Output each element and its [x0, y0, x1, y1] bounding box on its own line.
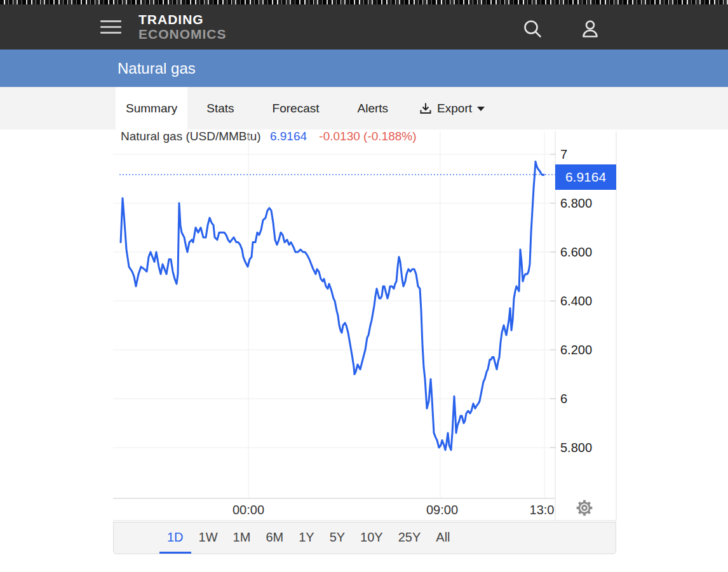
- logo-line1: TRADING: [138, 13, 227, 26]
- range-button-1m[interactable]: 1M: [226, 522, 259, 554]
- range-button-1y[interactable]: 1Y: [291, 522, 321, 554]
- chart-title: Natural gas (USD/MMBtu): [121, 130, 261, 143]
- range-button-10y[interactable]: 10Y: [353, 522, 391, 554]
- export-button[interactable]: Export: [419, 87, 485, 130]
- menu-bar: [100, 26, 121, 28]
- chart-change: -0.0130 (-0.188%): [319, 130, 416, 143]
- tab-bar-spacer: [0, 87, 116, 130]
- range-button-5y[interactable]: 5Y: [322, 522, 353, 554]
- download-icon: [419, 102, 433, 116]
- tab-stats[interactable]: Stats: [196, 87, 245, 130]
- y-axis-label: 6.800: [560, 195, 615, 211]
- logo-line2: ECONOMICS: [138, 27, 227, 41]
- chart-settings-gear-icon[interactable]: [574, 498, 595, 518]
- range-button-25y[interactable]: 25Y: [391, 522, 429, 554]
- y-axis-label: 6.200: [560, 342, 615, 358]
- current-price-badge: 6.9164: [555, 164, 616, 190]
- tab-list: SummaryStatsForecastAlerts: [116, 87, 407, 130]
- user-icon[interactable]: [579, 18, 601, 40]
- range-selector: 1D1W1M6M1Y5Y10Y25YAll: [113, 522, 616, 554]
- y-axis-label: 6.400: [560, 293, 615, 309]
- x-axis-label: 13:0: [516, 502, 567, 517]
- y-axis-label: 7: [560, 146, 615, 163]
- range-button-6m[interactable]: 6M: [258, 522, 291, 554]
- chevron-down-icon: [477, 107, 485, 111]
- x-axis-label: 00:00: [223, 502, 274, 517]
- range-button-1d[interactable]: 1D: [159, 522, 191, 554]
- y-axis-label: 6.600: [560, 244, 615, 260]
- chart-header: Natural gas (USD/MMBtu) 6.9164 -0.0130 (…: [121, 130, 417, 143]
- menu-icon[interactable]: [100, 17, 121, 37]
- tab-bar: SummaryStatsForecastAlerts Export: [0, 87, 728, 130]
- y-axis-label: 6: [560, 390, 615, 407]
- range-button-1w[interactable]: 1W: [191, 522, 226, 554]
- search-icon[interactable]: [522, 18, 544, 40]
- app-header: TRADING ECONOMICS: [0, 4, 728, 50]
- menu-bar: [100, 20, 121, 22]
- tab-alerts[interactable]: Alerts: [347, 87, 400, 130]
- page-title-bar: Natural gas: [0, 50, 728, 87]
- current-price-value: 6.9164: [565, 170, 606, 184]
- page-title: Natural gas: [118, 60, 196, 77]
- top-ticker-strip: [0, 0, 728, 4]
- trading-economics-logo[interactable]: TRADING ECONOMICS: [138, 13, 227, 41]
- tab-forecast[interactable]: Forecast: [262, 87, 330, 130]
- tab-summary[interactable]: Summary: [116, 87, 187, 130]
- range-button-all[interactable]: All: [428, 522, 457, 554]
- menu-bar: [100, 32, 121, 34]
- y-axis-label: 5.800: [560, 439, 615, 456]
- chart-last-price: 6.9164: [270, 130, 307, 143]
- export-label: Export: [437, 102, 472, 116]
- x-axis-label: 09:00: [417, 502, 468, 517]
